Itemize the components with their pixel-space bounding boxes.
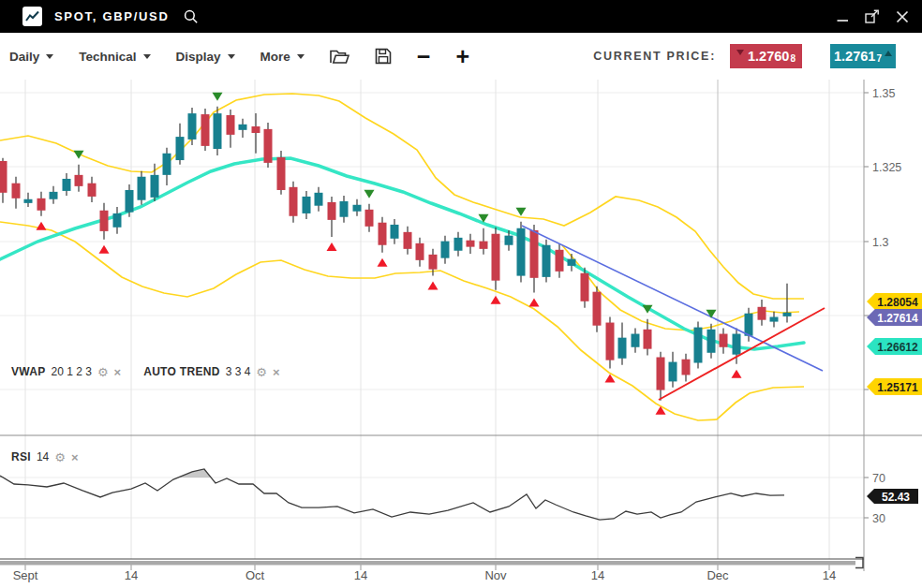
- titlebar: SPOT, GBP/USD: [0, 0, 922, 33]
- app-logo-icon: [22, 7, 42, 26]
- price-down-icon: [736, 50, 744, 55]
- rsi-remove-icon[interactable]: ×: [71, 451, 79, 463]
- autotrend-indicator-name: AUTO TREND: [143, 365, 219, 378]
- svg-text:Nov: Nov: [484, 568, 507, 582]
- current-price-label: CURRENT PRICE:: [593, 50, 716, 63]
- price-up-icon: [885, 51, 892, 56]
- svg-text:1.3: 1.3: [872, 236, 888, 249]
- svg-text:52.43: 52.43: [882, 491, 910, 504]
- autotrend-remove-icon[interactable]: ×: [273, 366, 280, 378]
- bid-price-value: 1.2760: [748, 49, 789, 64]
- ask-price-value: 1.2761: [834, 49, 875, 64]
- svg-text:Oct: Oct: [245, 568, 265, 582]
- zoom-in-icon[interactable]: +: [455, 47, 469, 66]
- ask-price-pip: 7: [876, 53, 882, 64]
- timeframe-dropdown[interactable]: Daily: [9, 50, 53, 64]
- autotrend-indicator-params: 3 3 4: [226, 365, 251, 378]
- more-dropdown-label: More: [260, 50, 290, 64]
- chevron-down-icon: [46, 54, 53, 59]
- svg-text:14: 14: [591, 568, 604, 582]
- instrument-title: SPOT, GBP/USD: [54, 9, 170, 23]
- svg-text:14: 14: [823, 568, 836, 582]
- svg-text:14: 14: [354, 568, 367, 582]
- svg-text:1.25171: 1.25171: [877, 381, 918, 394]
- chevron-down-icon: [297, 54, 305, 59]
- more-dropdown[interactable]: More: [260, 50, 305, 64]
- ask-price-badge[interactable]: 1.2761 7: [830, 44, 896, 68]
- toolbar: Daily Technical Display More − + CURRENT…: [0, 33, 922, 80]
- search-icon[interactable]: [184, 9, 199, 24]
- vwap-settings-gear-icon[interactable]: ⚙: [97, 366, 109, 378]
- minimize-button[interactable]: [837, 10, 849, 22]
- svg-text:14: 14: [125, 568, 138, 582]
- display-dropdown[interactable]: Display: [176, 50, 235, 64]
- svg-text:Sept: Sept: [13, 568, 38, 582]
- svg-text:1.27614: 1.27614: [877, 312, 918, 325]
- svg-text:Dec: Dec: [706, 568, 729, 582]
- chart-window: SPOT, GBP/USD Daily Technical Display: [0, 0, 922, 588]
- bid-price-pip: 8: [790, 53, 796, 64]
- close-button[interactable]: [896, 10, 909, 23]
- autotrend-settings-gear-icon[interactable]: ⚙: [256, 366, 267, 378]
- vwap-remove-icon[interactable]: ×: [114, 366, 122, 378]
- svg-text:1.35: 1.35: [872, 87, 895, 100]
- chevron-down-icon: [228, 54, 235, 59]
- technical-dropdown[interactable]: Technical: [79, 50, 150, 64]
- svg-text:1.26612: 1.26612: [877, 341, 918, 354]
- svg-text:1.28054: 1.28054: [877, 296, 918, 309]
- svg-text:30: 30: [872, 512, 885, 525]
- bid-price-badge[interactable]: 1.2760 8: [730, 44, 802, 68]
- window-controls: [837, 9, 909, 23]
- display-dropdown-label: Display: [176, 50, 221, 64]
- vwap-indicator-name: VWAP: [11, 365, 46, 378]
- chevron-down-icon: [143, 54, 151, 59]
- svg-text:1.325: 1.325: [872, 161, 901, 174]
- rsi-indicator-params: 14: [37, 450, 49, 463]
- rsi-indicator-name: RSI: [11, 450, 31, 463]
- svg-text:70: 70: [872, 472, 885, 485]
- open-folder-icon[interactable]: [330, 49, 349, 65]
- timeframe-dropdown-label: Daily: [9, 50, 39, 64]
- chart-canvas[interactable]: 1.351.3251.37030Sept14Oct14Nov14Dec141.2…: [0, 80, 922, 588]
- zoom-out-icon[interactable]: −: [417, 47, 431, 66]
- rsi-settings-gear-icon[interactable]: ⚙: [54, 451, 66, 463]
- save-icon[interactable]: [375, 48, 392, 65]
- vwap-indicator-params: 20 1 2 3: [52, 365, 92, 378]
- popout-button[interactable]: [865, 9, 880, 23]
- rsi-label-row: RSI 14 ⚙ ×: [11, 450, 79, 463]
- indicator-labels-row: VWAP 20 1 2 3 ⚙ × AUTO TREND 3 3 4 ⚙ ×: [11, 365, 280, 378]
- technical-dropdown-label: Technical: [79, 50, 136, 64]
